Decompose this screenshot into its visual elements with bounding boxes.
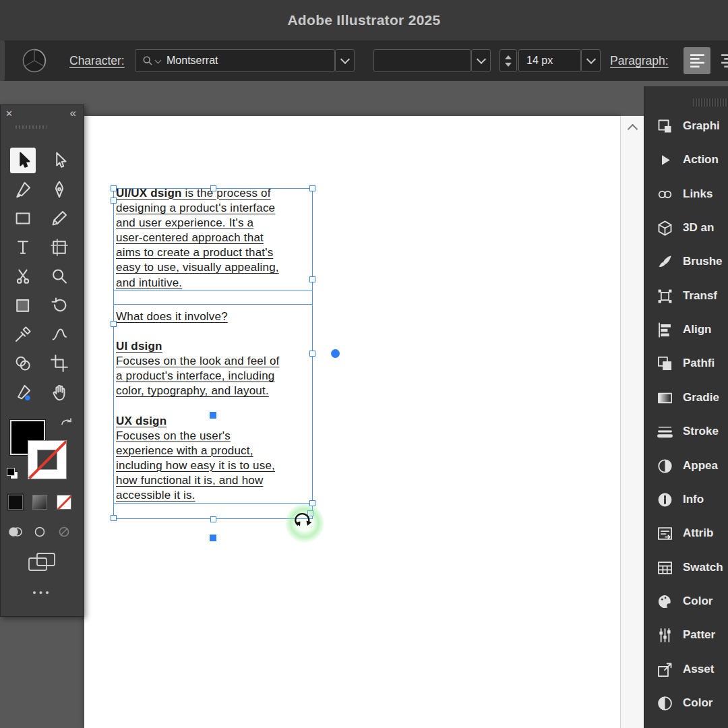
panel-tab-align[interactable]: Align bbox=[644, 313, 728, 346]
font-size-input[interactable]: 14 px bbox=[518, 49, 581, 72]
panel-tab-label: Links bbox=[683, 187, 712, 201]
selection-tool[interactable] bbox=[10, 148, 36, 173]
panel-collapse-button[interactable]: « bbox=[70, 107, 76, 120]
type-tool[interactable] bbox=[10, 235, 36, 260]
align-center-icon bbox=[719, 52, 728, 70]
panel-drag-grip[interactable] bbox=[16, 125, 47, 129]
font-family-input[interactable]: Montserrat bbox=[135, 49, 335, 72]
panel-tab-transform[interactable]: Transf bbox=[644, 279, 728, 313]
stroke-none-slash-icon bbox=[28, 440, 67, 479]
asset-export-icon bbox=[656, 661, 674, 679]
align-left-icon bbox=[688, 52, 706, 70]
stroke-icon bbox=[656, 423, 674, 441]
font-size-stepper[interactable] bbox=[499, 49, 517, 72]
font-family-dropdown-button[interactable] bbox=[335, 49, 355, 72]
hand-tool[interactable] bbox=[47, 380, 72, 405]
font-family-value: Montserrat bbox=[166, 55, 218, 67]
tools-panel: ✕ « bbox=[0, 104, 84, 617]
stroke-color-swatch[interactable] bbox=[28, 440, 67, 479]
font-style-dropdown-button[interactable] bbox=[471, 49, 491, 72]
color-icon bbox=[656, 593, 674, 611]
info-icon bbox=[656, 491, 674, 509]
blob-brush-tool[interactable] bbox=[10, 380, 36, 405]
artboard-tool[interactable] bbox=[47, 235, 72, 260]
pen-tool[interactable] bbox=[47, 177, 72, 202]
panel-close-button[interactable]: ✕ bbox=[5, 109, 13, 118]
default-fill-stroke-icon[interactable] bbox=[7, 468, 18, 479]
chevron-down-icon bbox=[476, 55, 485, 64]
panel-tab-actions[interactable]: Action bbox=[644, 143, 728, 177]
shape-tool[interactable] bbox=[10, 293, 36, 318]
font-size-dropdown-button[interactable] bbox=[581, 49, 601, 72]
ellipse-tool[interactable] bbox=[10, 351, 36, 376]
panel-tab-links[interactable]: Links bbox=[644, 177, 728, 211]
swatch-color-button[interactable] bbox=[8, 495, 23, 510]
toolbar-overflow-button[interactable]: ●●● bbox=[1, 589, 84, 596]
paragraph-label[interactable]: Paragraph: bbox=[610, 40, 669, 81]
panel-tab-color[interactable]: Color bbox=[644, 584, 728, 618]
panel-tab-label: Info bbox=[683, 493, 704, 506]
panel-tab-brushes[interactable]: Brushe bbox=[644, 245, 728, 278]
panel-tab-appearance[interactable]: Appea bbox=[644, 449, 728, 483]
panels-dock: GraphiActionLinks3D anBrusheTransfAlignP… bbox=[644, 86, 728, 728]
panel-tab-label: Asset bbox=[683, 663, 714, 676]
zoom-tool[interactable] bbox=[47, 264, 72, 289]
panel-tab-color-guide[interactable]: Color bbox=[644, 686, 728, 720]
appearance-icon bbox=[656, 457, 674, 475]
panel-tab-asset-export[interactable]: Asset bbox=[644, 653, 728, 686]
crop-tool[interactable] bbox=[47, 351, 72, 376]
scissors-tool[interactable] bbox=[10, 264, 36, 289]
default-fill-chip bbox=[7, 468, 15, 476]
step-down-icon bbox=[505, 63, 512, 67]
direct-selection-tool[interactable] bbox=[47, 148, 72, 173]
paintbrush-tool[interactable] bbox=[10, 177, 36, 202]
panel-tab-pattern[interactable]: Patter bbox=[644, 618, 728, 652]
panel-tab-label: Color bbox=[683, 595, 712, 608]
font-style-input[interactable] bbox=[373, 49, 471, 72]
swap-fill-stroke-icon[interactable] bbox=[60, 417, 73, 427]
panel-tab-pathfinder[interactable]: Pathfi bbox=[644, 346, 728, 380]
rectangle-tool[interactable] bbox=[10, 206, 36, 231]
panel-tab-label: Gradie bbox=[683, 391, 719, 404]
character-label[interactable]: Character: bbox=[69, 40, 125, 81]
panel-tab-label: Brushe bbox=[683, 255, 723, 268]
warp-tool[interactable] bbox=[47, 322, 72, 347]
eyedropper-tool[interactable] bbox=[10, 322, 36, 347]
pencil-tool[interactable] bbox=[47, 206, 72, 231]
panel-tab-info[interactable]: Info bbox=[644, 483, 728, 516]
color-wheel-icon[interactable] bbox=[22, 48, 47, 73]
panel-tab-graphic-styles[interactable]: Graphi bbox=[644, 109, 728, 143]
panel-tab-gradient[interactable]: Gradie bbox=[644, 381, 728, 415]
screen-mode-button[interactable] bbox=[28, 552, 57, 572]
panel-tab-label: Color bbox=[683, 696, 712, 710]
brushes-icon bbox=[656, 253, 674, 271]
rotate-tool[interactable] bbox=[47, 293, 72, 318]
panel-tab-swatches[interactable]: Swatch bbox=[644, 551, 728, 584]
draw-inside-icon[interactable] bbox=[55, 523, 73, 541]
font-size-value: 14 px bbox=[526, 55, 553, 67]
control-bar: Character: Montserrat 14 px Paragraph: bbox=[0, 40, 728, 82]
3d-materials-icon bbox=[656, 219, 674, 237]
font-search-icon bbox=[142, 55, 160, 66]
draw-behind-icon[interactable] bbox=[31, 523, 49, 541]
canvas-scrollbar[interactable] bbox=[620, 116, 644, 728]
scroll-up-icon[interactable] bbox=[628, 124, 638, 135]
panel-tab-stroke[interactable]: Stroke bbox=[644, 415, 728, 448]
chevron-down-icon bbox=[340, 55, 349, 64]
draw-normal-icon[interactable] bbox=[7, 523, 24, 541]
panel-tab-label: Stroke bbox=[683, 425, 719, 438]
transform-icon bbox=[656, 287, 674, 305]
dock-drag-grip[interactable] bbox=[693, 98, 728, 107]
actions-icon bbox=[656, 151, 674, 169]
panel-tab-label: Swatch bbox=[683, 561, 723, 574]
none-slash-icon bbox=[57, 495, 71, 510]
swatch-none-button[interactable] bbox=[57, 495, 71, 510]
panel-tab-3d-materials[interactable]: 3D an bbox=[644, 211, 728, 245]
swatch-gradient-button[interactable] bbox=[32, 495, 47, 510]
artboard[interactable] bbox=[84, 116, 620, 728]
panel-tab-label: Graphi bbox=[683, 119, 720, 133]
graphic-styles-icon bbox=[656, 117, 674, 135]
align-left-button[interactable] bbox=[684, 47, 710, 74]
panel-tab-attributes[interactable]: Attrib bbox=[644, 516, 728, 550]
align-center-button[interactable] bbox=[715, 47, 728, 74]
